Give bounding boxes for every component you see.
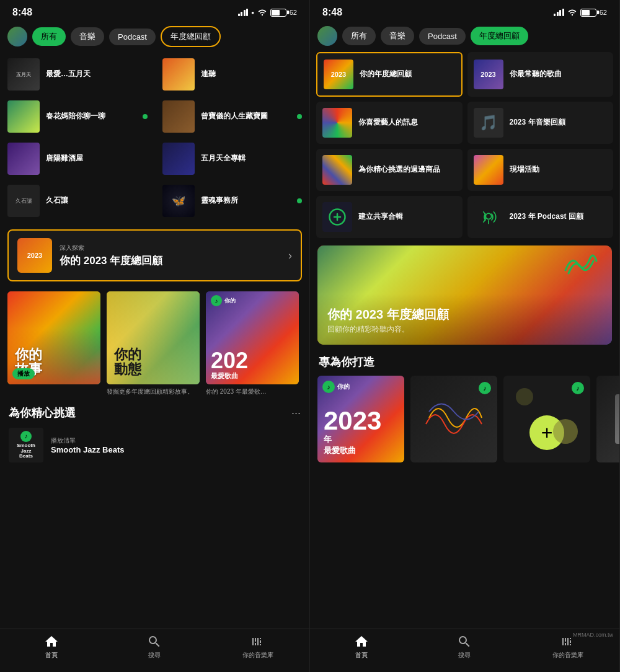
left-panel: 8:48 ▪️ 62 所有 音樂 Podcast 年度總回顧 <box>0 0 310 672</box>
home-icon-left <box>44 634 59 649</box>
banner-info-left: 深入探索 你的 2023 年度總回顧 <box>60 244 281 268</box>
list-grid-left: 五月天 最愛…五月天 連聽 春花媽陪你聊一聊 曾寶儀的人生藏寶圖 <box>0 51 309 224</box>
annual-thumb-merch <box>322 155 352 185</box>
play-badge: 播放 <box>12 368 35 379</box>
status-bar-right: 8:48 62 <box>310 0 619 22</box>
playlist-thumb-add: ♪ + <box>503 376 590 462</box>
annual-item-merch[interactable]: 為你精心挑選的週邊商品 <box>316 149 463 191</box>
filter-music-left[interactable]: 音樂 <box>71 27 104 46</box>
list-title: 春花媽陪你聊一聊 <box>46 112 136 122</box>
annual-label-recap: 你的年度總回顧 <box>360 69 412 79</box>
chevron-right-icon: › <box>288 249 292 262</box>
music-info: 播放清單 Smooth Jazz Beats <box>51 436 301 454</box>
filter-all-left[interactable]: 所有 <box>32 27 66 46</box>
hero-banner-right[interactable]: 你的 2023 年度總回顧 回顧你的精彩聆聽內容。 <box>317 245 612 345</box>
card-caption-dynamic: 發掘更多年度總回顧精彩故事。 <box>107 387 200 396</box>
nav-home-left[interactable]: 首頁 <box>33 634 70 660</box>
list-item[interactable]: 久石讓 久石讓 <box>0 180 155 222</box>
battery-percent-left: 62 <box>290 9 297 16</box>
annual-thumb-collab <box>322 202 352 232</box>
cards-scroll-left: 你的故事 播放 你的動態 發掘更多年度總回顧精彩故事。 ♪ 你的 202 <box>0 286 309 400</box>
filter-annual-right[interactable]: 年度總回顧 <box>471 27 528 45</box>
search-icon-left <box>147 634 162 649</box>
annual-item-top-songs[interactable]: 2023 你最常聽的歌曲 <box>467 52 614 97</box>
right-panel: 8:48 62 所有 音樂 Podcast 年度總回顧 <box>310 0 620 672</box>
list-item[interactable]: 五月天全專輯 <box>155 138 310 180</box>
annual-grid: 2023 你的年度總回顧 2023 你最常聽的歌曲 你喜愛藝人的訊息 <box>310 50 619 241</box>
annual-item-recap[interactable]: 2023 你的年度總回顧 <box>316 52 463 97</box>
playlist-card-2023[interactable]: ♪ 你的 2023 年最愛歌曲 <box>317 376 404 462</box>
dot-indicator <box>143 114 148 119</box>
avatar-left[interactable] <box>7 27 27 46</box>
nav-home-label-right: 首頁 <box>355 651 368 660</box>
music-row[interactable]: ♪ SmoothJazzBeats 播放清單 Smooth Jazz Beats <box>0 423 309 467</box>
nav-home-right[interactable]: 首頁 <box>343 634 380 660</box>
battery-right <box>580 9 596 17</box>
watermark: MRMAD.com.tw <box>573 632 613 638</box>
list-thumb-mayday: 五月天 <box>7 58 40 91</box>
status-bar-left: 8:48 ▪️ 62 <box>0 0 309 22</box>
for-you-header: 為你精心挑選 ··· <box>0 400 309 423</box>
collab-plus-icon <box>328 208 347 226</box>
list-title: 靈魂事務所 <box>201 196 291 206</box>
nav-library-right[interactable]: 你的音樂庫 <box>549 634 587 660</box>
playlist-thumb-mix: ♪ <box>410 376 497 462</box>
annual-item-podcast-review[interactable]: 2023 年 Podcast 回顧 <box>467 196 614 238</box>
playlist-cards-right: ♪ 你的 2023 年最愛歌曲 ♪ <box>310 372 619 467</box>
banner-title: 你的 2023 年度總回顧 <box>60 254 281 268</box>
playlist-card-rob[interactable]: ♪ RobSch <box>596 376 619 462</box>
card-year[interactable]: ♪ 你的 202 最愛歌曲 你的 2023 年最愛歌… <box>206 291 299 396</box>
filter-annual-left[interactable]: 年度總回顧 <box>161 26 221 47</box>
annual-item-collab[interactable]: 建立共享合輯 <box>316 196 463 238</box>
for-you-more-icon[interactable]: ··· <box>291 407 301 420</box>
list-title: 最愛…五月天 <box>46 69 148 79</box>
annual-thumb-music-review: 🎵 <box>474 108 503 138</box>
decorative-scribble <box>562 252 600 276</box>
filter-podcast-left[interactable]: Podcast <box>109 29 156 45</box>
search-icon-right <box>457 634 472 649</box>
annual-item-artists[interactable]: 你喜愛藝人的訊息 <box>316 102 463 144</box>
card-dynamic[interactable]: 你的動態 發掘更多年度總回顧精彩故事。 <box>107 291 200 396</box>
svg-point-1 <box>485 213 491 219</box>
list-thumb-band <box>162 143 195 175</box>
list-item[interactable]: 唐陽雞酒屋 <box>0 138 155 180</box>
playlist-card-add[interactable]: ♪ + <box>503 376 590 462</box>
list-item[interactable]: 五月天 最愛…五月天 <box>0 53 155 95</box>
list-item[interactable]: 春花媽陪你聊一聊 <box>0 95 155 138</box>
nav-search-left[interactable]: 搜尋 <box>136 634 173 660</box>
annual-thumb-artists <box>322 108 352 138</box>
list-item[interactable]: 連聽 <box>155 53 310 95</box>
nav-library-label-left: 你的音樂庫 <box>242 651 273 660</box>
playlist-card-mix[interactable]: ♪ <box>410 376 497 462</box>
annual-thumb-live <box>474 155 503 185</box>
list-thumb-spring <box>7 100 40 133</box>
list-item[interactable]: 🦋 靈魂事務所 <box>155 180 310 222</box>
filter-podcast-right[interactable]: Podcast <box>419 28 466 45</box>
battery-percent-right: 62 <box>600 9 607 16</box>
annual-item-live[interactable]: 現場活動 <box>467 149 614 191</box>
list-info: 最愛…五月天 <box>46 69 148 79</box>
annual-thumb-recap: 2023 <box>324 60 353 89</box>
dynamic-text: 你的動態 <box>114 347 141 377</box>
filter-music-right[interactable]: 音樂 <box>381 27 414 45</box>
annual-label-music-review: 2023 年音樂回顧 <box>510 118 565 128</box>
playlist-thumb-rob: ♪ RobSch <box>596 376 619 462</box>
annual-item-music-review[interactable]: 🎵 2023 年音樂回顧 <box>467 102 614 144</box>
card-story[interactable]: 你的故事 播放 <box>7 291 100 396</box>
hero-subtitle: 回顧你的精彩聆聽內容。 <box>327 324 602 335</box>
card-thumb-year: ♪ 你的 202 最愛歌曲 <box>206 291 299 384</box>
list-item[interactable]: 曾寶儀的人生藏寶圖 <box>155 95 310 138</box>
battery-left <box>270 9 286 17</box>
nav-library-left[interactable]: 你的音樂庫 <box>239 634 277 660</box>
list-info: 五月天全專輯 <box>201 154 303 164</box>
abstract-lines-icon <box>423 393 485 443</box>
nav-search-right[interactable]: 搜尋 <box>446 634 483 660</box>
annual-banner-left[interactable]: 2023 深入探索 你的 2023 年度總回顧 › <box>7 229 302 281</box>
filter-all-right[interactable]: 所有 <box>342 27 376 45</box>
card-caption-year: 你的 2023 年最愛歌… <box>206 387 299 396</box>
nav-library-label-right: 你的音樂庫 <box>552 651 583 660</box>
avatar-right[interactable] <box>317 26 337 46</box>
library-icon-left <box>250 634 265 649</box>
wifi-icon-right <box>567 9 577 16</box>
nav-search-label-right: 搜尋 <box>458 651 471 660</box>
